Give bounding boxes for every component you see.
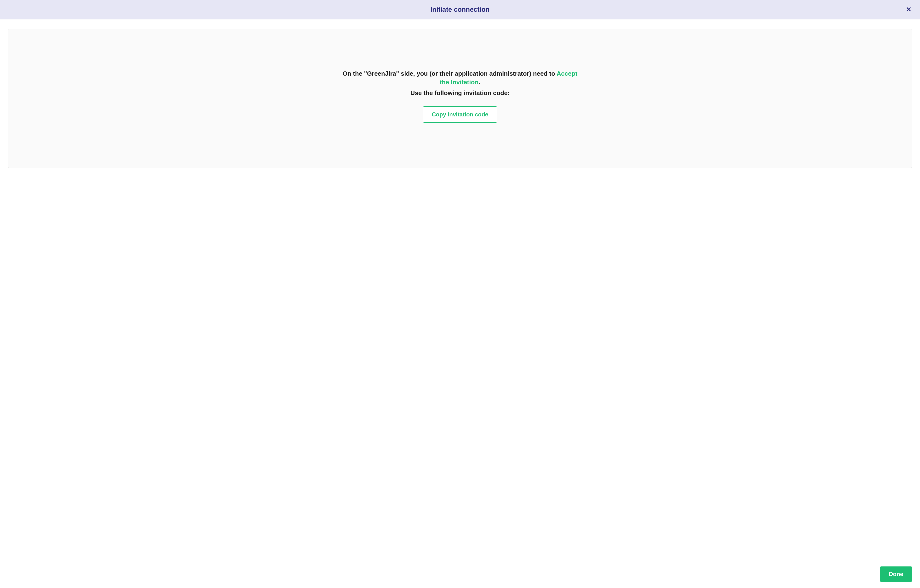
close-button[interactable]: ✕	[904, 4, 913, 15]
content-panel: On the "GreenJira" side, you (or their a…	[8, 29, 912, 168]
sub-instruction: Use the following invitation code:	[410, 89, 510, 97]
instruction-text: On the "GreenJira" side, you (or their a…	[340, 70, 580, 86]
instruction-suffix: .	[478, 79, 480, 86]
modal-header: Initiate connection ✕	[0, 0, 920, 19]
modal-body: On the "GreenJira" side, you (or their a…	[0, 19, 920, 560]
close-icon: ✕	[906, 6, 911, 13]
copy-invitation-code-button[interactable]: Copy invitation code	[423, 106, 497, 123]
instruction-prefix: On the "GreenJira" side, you (or their a…	[343, 70, 557, 77]
done-button[interactable]: Done	[880, 567, 912, 582]
modal-footer: Done	[0, 560, 920, 588]
modal-title: Initiate connection	[430, 6, 489, 13]
